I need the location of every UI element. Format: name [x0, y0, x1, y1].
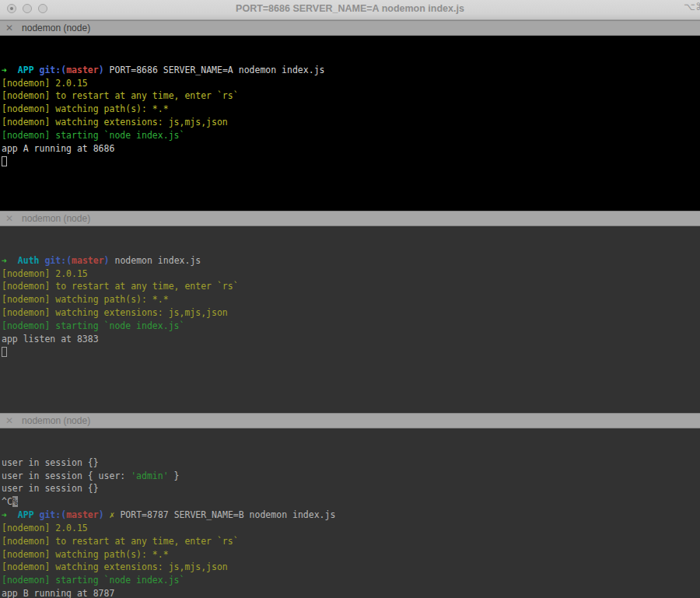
terminal-cursor — [2, 347, 7, 357]
terminal-line: [nodemon] watching path(s): *.* — [2, 103, 700, 116]
text-segment: [nodemon] watching extensions: js,mjs,js… — [2, 561, 228, 572]
terminal-line: app B running at 8787 — [2, 587, 700, 598]
terminal-line: app A running at 8686 — [2, 142, 700, 156]
terminal-line: ➜ APP git:(master) ✗ PORT=8787 SERVER_NA… — [2, 509, 700, 522]
text-segment: ) — [99, 65, 104, 75]
text-segment: ) — [99, 509, 104, 520]
text-segment: ➜ — [2, 65, 7, 75]
terminal-line: [nodemon] watching extensions: js,mjs,js… — [2, 306, 700, 320]
text-segment: user in session {} — [2, 483, 99, 494]
text-segment: user in session { user: — [2, 470, 131, 481]
terminal-line: [nodemon] 2.0.15 — [2, 77, 700, 90]
text-segment — [34, 509, 40, 520]
window-title: PORT=8686 SERVER_NAME=A nodemon index.js — [0, 3, 700, 17]
text-segment: [nodemon] 2.0.15 — [2, 78, 88, 89]
text-segment — [7, 509, 18, 520]
text-segment: [nodemon] 2.0.15 — [2, 268, 88, 279]
text-segment: master — [72, 255, 104, 266]
terminal-lines: ➜ Auth git:(master) nodemon index.js[nod… — [2, 254, 700, 359]
terminal-line: app listen at 8383 — [2, 333, 700, 346]
text-segment: [nodemon] 2.0.15 — [2, 523, 88, 533]
text-segment: ^C — [2, 496, 12, 507]
terminal-line: [nodemon] starting `node index.js` — [2, 320, 700, 333]
terminal-line: [nodemon] to restart at any time, enter … — [2, 89, 700, 103]
text-segment: [nodemon] watching path(s): *.* — [2, 103, 169, 114]
close-icon[interactable]: ✕ — [5, 416, 13, 425]
terminal-line: [nodemon] watching extensions: js,mjs,js… — [2, 561, 700, 574]
text-segment: git:( — [40, 65, 67, 75]
text-segment: app listen at 8383 — [2, 334, 99, 344]
text-segment: master — [66, 509, 99, 520]
text-segment — [7, 65, 18, 75]
text-segment: ) — [104, 255, 110, 266]
text-segment: PORT=8787 SERVER_NAME=B nodemon index.js — [115, 509, 336, 520]
terminal-output-area[interactable]: ➜ APP git:(master) PORT=8686 SERVER_NAME… — [0, 36, 700, 211]
pane-tab-bar[interactable]: ✕ nodemon (node) — [0, 211, 700, 226]
text-segment — [34, 65, 40, 75]
terminal-line: [nodemon] starting `node index.js` — [2, 574, 700, 587]
text-segment: APP — [18, 509, 34, 520]
terminal-line: user in session { user: 'admin' } — [2, 470, 700, 483]
terminal-line — [2, 156, 700, 169]
option-command-icon: ⌥⌘ — [684, 1, 700, 16]
terminal-line: ➜ Auth git:(master) nodemon index.js — [2, 254, 700, 268]
text-segment: [nodemon] watching extensions: js,mjs,js… — [2, 307, 228, 318]
pane-tab-title: nodemon (node) — [22, 23, 90, 33]
text-segment: app A running at 8686 — [2, 143, 114, 154]
terminal-line: [nodemon] watching extensions: js,mjs,js… — [2, 116, 700, 129]
terminal-line — [2, 346, 700, 359]
window-titlebar[interactable]: PORT=8686 SERVER_NAME=A nodemon index.js… — [0, 0, 700, 20]
text-segment: 'admin' — [131, 470, 168, 481]
terminal-line: [nodemon] 2.0.15 — [2, 522, 700, 535]
terminal-line: [nodemon] to restart at any time, enter … — [2, 535, 700, 548]
text-segment: [nodemon] starting `node index.js` — [2, 130, 184, 141]
zoom-window-button[interactable] — [38, 4, 47, 13]
text-segment: } — [169, 470, 180, 481]
text-segment: [nodemon] watching path(s): *.* — [2, 294, 169, 305]
terminal-pane-bottom: ✕ nodemon (node) user in session {}user … — [0, 413, 700, 598]
close-icon[interactable]: ✕ — [5, 23, 13, 33]
terminal-line: user in session {} — [2, 482, 700, 495]
pane-tab-title: nodemon (node) — [22, 415, 90, 426]
terminal-pane-top: ✕ nodemon (node) ➜ APP git:(master) PORT… — [0, 20, 700, 211]
terminal-line: [nodemon] to restart at any time, enter … — [2, 280, 700, 293]
pane-tab-title: nodemon (node) — [22, 213, 90, 224]
text-segment: git:( — [44, 255, 72, 266]
close-window-button[interactable] — [7, 4, 16, 13]
text-segment: [nodemon] watching extensions: js,mjs,js… — [2, 117, 228, 128]
text-segment: % — [12, 496, 18, 507]
text-segment: user in session {} — [2, 457, 99, 468]
traffic-lights — [7, 0, 47, 16]
text-segment: ➜ — [2, 509, 7, 520]
text-segment — [104, 509, 110, 520]
text-segment: app B running at 8787 — [2, 588, 114, 598]
text-segment: [nodemon] to restart at any time, enter … — [2, 281, 239, 292]
text-segment: [nodemon] starting `node index.js` — [2, 320, 184, 331]
text-segment: APP — [18, 65, 34, 75]
terminal-lines: ➜ APP git:(master) PORT=8686 SERVER_NAME… — [2, 64, 700, 169]
text-segment: [nodemon] to restart at any time, enter … — [2, 90, 239, 101]
close-icon[interactable]: ✕ — [5, 214, 13, 223]
terminal-line: [nodemon] 2.0.15 — [2, 268, 700, 281]
text-segment: Auth — [18, 255, 40, 266]
terminal-output-area[interactable]: ➜ Auth git:(master) nodemon index.js[nod… — [0, 226, 700, 413]
terminal-line: ^C% — [2, 495, 700, 509]
terminal-output-area[interactable]: user in session {}user in session { user… — [0, 428, 700, 598]
text-segment — [7, 255, 18, 266]
text-segment: nodemon index.js — [110, 255, 201, 266]
terminal-line: ➜ APP git:(master) PORT=8686 SERVER_NAME… — [2, 64, 700, 77]
terminal-line: [nodemon] watching path(s): *.* — [2, 293, 700, 306]
text-segment: [nodemon] starting `node index.js` — [2, 575, 184, 586]
terminal-cursor — [2, 156, 7, 166]
text-segment: ✗ — [110, 509, 115, 520]
text-segment: ➜ — [2, 255, 7, 266]
pane-tab-bar[interactable]: ✕ nodemon (node) — [0, 20, 700, 36]
pane-tab-bar[interactable]: ✕ nodemon (node) — [0, 413, 700, 428]
text-segment: PORT=8686 SERVER_NAME=A nodemon index.js — [104, 65, 325, 75]
minimize-window-button[interactable] — [23, 4, 32, 13]
terminal-line: user in session {} — [2, 456, 700, 470]
terminal-line: [nodemon] watching path(s): *.* — [2, 548, 700, 561]
text-segment: [nodemon] to restart at any time, enter … — [2, 536, 239, 547]
terminal-line: [nodemon] starting `node index.js` — [2, 129, 700, 142]
terminal-pane-middle: ✕ nodemon (node) ➜ Auth git:(master) nod… — [0, 211, 700, 413]
